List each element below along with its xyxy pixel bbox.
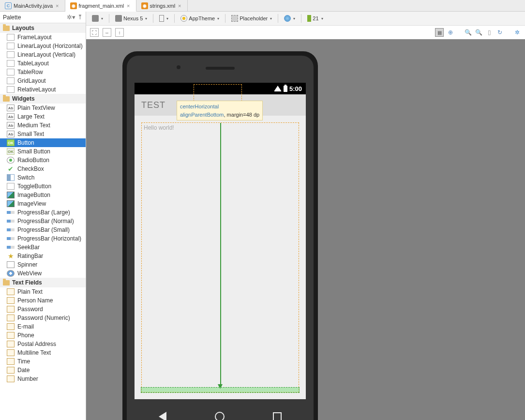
recents-icon[interactable]: [273, 412, 282, 420]
palette-item-relativelayout[interactable]: RelativeLayout: [0, 85, 86, 94]
placeholder-dropdown[interactable]: Placeholder: [228, 14, 275, 23]
palette-item-seekbar[interactable]: SeekBar: [0, 243, 86, 252]
orientation-dropdown[interactable]: [156, 14, 171, 23]
palette-group-widgets[interactable]: Widgets: [0, 94, 86, 104]
palette-item-label: ProgressBar (Small): [17, 226, 70, 233]
home-icon[interactable]: [215, 412, 225, 420]
collapse-icon[interactable]: ⤒: [77, 14, 83, 21]
check-icon: ✔: [7, 165, 15, 172]
drag-preview[interactable]: [194, 84, 242, 102]
app-title: TEST: [141, 100, 165, 110]
palette-item-medium-text[interactable]: AbMedium Text: [0, 121, 86, 130]
layout-content[interactable]: Hello world! centerHorizontal alignParen…: [135, 116, 306, 399]
palette-item-person-name[interactable]: Person Name: [0, 296, 86, 305]
palette-item-gridlayout[interactable]: GridLayout: [0, 76, 86, 85]
palette-item-progressbar-horizontal-[interactable]: ProgressBar (Horizontal): [0, 234, 86, 243]
palette-group-text-fields[interactable]: Text Fields: [0, 278, 86, 287]
palette-item-label: ToggleButton: [17, 183, 51, 190]
palette-item-date[interactable]: Date: [0, 366, 86, 375]
tf-icon: [7, 375, 15, 382]
palette-item-progressbar-large-[interactable]: ProgressBar (Large): [0, 208, 86, 217]
designer-subbar: ⛶ ↔ ↕ ▦ ⊕ 🔍 🔍 ▯ ↻ ✲: [86, 26, 525, 39]
bar-icon: [7, 246, 15, 249]
palette-item-imagebutton[interactable]: ImageButton: [0, 191, 86, 199]
palette-item-large-text[interactable]: AbLarge Text: [0, 112, 86, 121]
designer-toolbar: Nexus 5 AppTheme Placeholder 21: [86, 12, 525, 26]
close-icon[interactable]: ×: [55, 3, 60, 9]
bar-icon: [7, 211, 15, 214]
palette-item-togglebutton[interactable]: ToggleButton: [0, 182, 86, 191]
viewport-toggle-icon[interactable]: ⛶: [90, 28, 99, 37]
palette-item-tablelayout[interactable]: TableLayout: [0, 59, 86, 68]
design-view-icon[interactable]: ▦: [435, 28, 444, 37]
palette-item-imageview[interactable]: ImageView: [0, 199, 86, 208]
palette-item-checkbox[interactable]: ✔CheckBox: [0, 165, 86, 173]
align-horizontal-icon[interactable]: ↔: [103, 28, 111, 37]
tooltip-param-1: centerHorizontal: [180, 104, 219, 109]
ab-icon: Ab: [7, 122, 15, 129]
tf-icon: [7, 367, 15, 374]
bar-icon: [7, 220, 15, 223]
palette-item-spinner[interactable]: Spinner: [0, 260, 86, 269]
align-vertical-icon[interactable]: ↕: [115, 28, 124, 37]
page-icon[interactable]: ▯: [485, 29, 493, 36]
palette-item-label: CheckBox: [17, 165, 44, 172]
palette-item-linearlayout-vertical-[interactable]: LinearLayout (Vertical): [0, 50, 86, 59]
render-mode-dropdown[interactable]: [89, 14, 106, 23]
gear-icon[interactable]: ✲▾: [67, 14, 75, 21]
close-icon[interactable]: ×: [177, 3, 182, 9]
bar-icon: [7, 237, 15, 240]
palette-item-tablerow[interactable]: TableRow: [0, 68, 86, 76]
hello-textview[interactable]: Hello world!: [144, 124, 174, 131]
palette-item-phone[interactable]: Phone: [0, 331, 86, 340]
drop-zone[interactable]: [141, 387, 300, 393]
palette-item-linearlayout-horizontal-[interactable]: LinearLayout (Horizontal): [0, 42, 86, 50]
palette-item-webview[interactable]: WebView: [0, 269, 86, 278]
tf-icon: [7, 315, 15, 321]
close-icon[interactable]: ×: [126, 3, 131, 9]
palette-item-e-mail[interactable]: E-mail: [0, 322, 86, 331]
palette-item-label: ProgressBar (Large): [17, 209, 70, 216]
palette-group-layouts[interactable]: Layouts: [0, 23, 86, 33]
palette-item-label: TableRow: [17, 69, 43, 75]
group-label: Widgets: [12, 95, 35, 102]
zoom-fit-icon[interactable]: ⊕: [447, 29, 454, 36]
palette-item-small-button[interactable]: OKSmall Button: [0, 147, 86, 156]
tab-mainactivity-java[interactable]: CMainActivity.java×: [0, 0, 65, 11]
palette-item-password-numeric-[interactable]: Password (Numeric): [0, 314, 86, 322]
palette-item-postal-address[interactable]: Postal Address: [0, 340, 86, 348]
zoom-in-icon[interactable]: 🔍: [464, 29, 472, 36]
palette-item-label: SeekBar: [17, 244, 40, 251]
device-dropdown[interactable]: Nexus 5: [112, 14, 150, 23]
palette-item-button[interactable]: OKButton: [0, 138, 86, 147]
refresh-icon[interactable]: ↻: [496, 29, 504, 36]
design-canvas[interactable]: 5:00 TEST Hello world!: [86, 39, 525, 420]
theme-dropdown[interactable]: AppTheme: [178, 14, 222, 23]
speaker-icon: [206, 67, 235, 70]
palette-item-multiline-text[interactable]: Multiline Text: [0, 348, 86, 357]
back-icon[interactable]: [159, 412, 166, 420]
locale-dropdown[interactable]: [281, 14, 298, 23]
palette-item-number[interactable]: Number: [0, 375, 86, 383]
palette-header: Palette ✲▾ ⤒: [0, 12, 86, 23]
palette-item-label: TableLayout: [17, 60, 49, 67]
settings-gear-icon[interactable]: ✲: [513, 29, 521, 36]
palette-item-time[interactable]: Time: [0, 357, 86, 366]
tab-strings-xml[interactable]: ◉strings.xml×: [136, 0, 188, 11]
palette-item-ratingbar[interactable]: ★RatingBar: [0, 252, 86, 260]
palette-item-progressbar-normal-[interactable]: ProgressBar (Normal): [0, 217, 86, 225]
palette-item-small-text[interactable]: AbSmall Text: [0, 130, 86, 138]
palette-item-password[interactable]: Password: [0, 305, 86, 314]
layout-bounds[interactable]: Hello world! centerHorizontal alignParen…: [141, 122, 299, 392]
api-dropdown[interactable]: 21: [304, 14, 326, 23]
palette-item-label: Number: [17, 375, 38, 382]
tab-fragment_main-xml[interactable]: ◉fragment_main.xml×: [65, 0, 136, 12]
palette-item-progressbar-small-[interactable]: ProgressBar (Small): [0, 225, 86, 234]
palette-item-plain-text[interactable]: Plain Text: [0, 287, 86, 296]
palette-item-plain-textview[interactable]: AbPlain TextView: [0, 104, 86, 112]
folder-icon: [3, 280, 10, 285]
palette-item-switch[interactable]: Switch: [0, 173, 86, 182]
palette-item-framelayout[interactable]: FrameLayout: [0, 33, 86, 42]
zoom-out-icon[interactable]: 🔍: [475, 29, 482, 36]
palette-item-radiobutton[interactable]: RadioButton: [0, 156, 86, 165]
